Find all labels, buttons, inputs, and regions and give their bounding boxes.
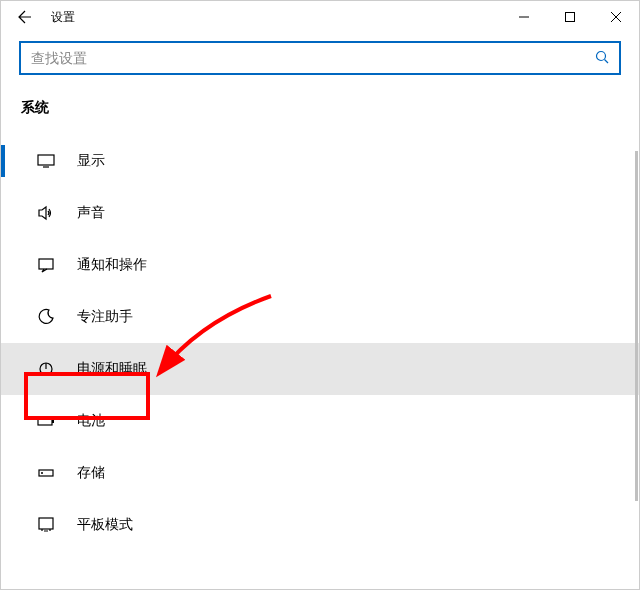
nav-item-display[interactable]: 显示 <box>1 135 639 187</box>
close-icon <box>611 12 621 22</box>
nav-list: 显示 声音 通知和操作 专注助手 电源和睡眠 <box>19 135 621 551</box>
nav-item-power[interactable]: 电源和睡眠 <box>1 343 639 395</box>
minimize-icon <box>519 12 529 22</box>
minimize-button[interactable] <box>501 1 547 33</box>
window-title: 设置 <box>51 9 75 26</box>
svg-rect-0 <box>566 13 575 22</box>
svg-rect-9 <box>39 518 53 529</box>
search-input[interactable] <box>31 50 595 66</box>
svg-rect-2 <box>38 155 54 165</box>
storage-icon <box>37 464 55 482</box>
titlebar: 设置 <box>1 1 639 33</box>
svg-point-1 <box>597 51 606 60</box>
nav-item-storage[interactable]: 存储 <box>1 447 639 499</box>
nav-label: 电源和睡眠 <box>77 360 147 378</box>
svg-rect-5 <box>38 417 52 425</box>
back-button[interactable] <box>9 1 41 33</box>
nav-label: 声音 <box>77 204 105 222</box>
nav-item-notifications[interactable]: 通知和操作 <box>1 239 639 291</box>
nav-label: 专注助手 <box>77 308 133 326</box>
maximize-icon <box>565 12 575 22</box>
nav-item-battery[interactable]: 电池 <box>1 395 639 447</box>
svg-rect-3 <box>39 259 53 269</box>
notifications-icon <box>37 256 55 274</box>
search-icon <box>595 50 609 67</box>
close-button[interactable] <box>593 1 639 33</box>
category-heading: 系统 <box>19 99 621 117</box>
sound-icon <box>37 204 55 222</box>
battery-icon <box>37 412 55 430</box>
nav-label: 通知和操作 <box>77 256 147 274</box>
power-icon <box>37 360 55 378</box>
back-arrow-icon <box>18 10 32 24</box>
content-area: 系统 显示 声音 通知和操作 专注助手 <box>1 33 639 551</box>
svg-point-8 <box>41 472 43 474</box>
nav-label: 存储 <box>77 464 105 482</box>
display-icon <box>37 152 55 170</box>
search-box[interactable] <box>19 41 621 75</box>
nav-item-focus[interactable]: 专注助手 <box>1 291 639 343</box>
tablet-icon <box>37 516 55 534</box>
svg-rect-6 <box>52 419 54 423</box>
scrollbar[interactable] <box>635 151 638 501</box>
focus-icon <box>37 308 55 326</box>
window-controls <box>501 1 639 33</box>
nav-label: 电池 <box>77 412 105 430</box>
nav-label: 平板模式 <box>77 516 133 534</box>
maximize-button[interactable] <box>547 1 593 33</box>
nav-item-sound[interactable]: 声音 <box>1 187 639 239</box>
nav-item-tablet[interactable]: 平板模式 <box>1 499 639 551</box>
nav-label: 显示 <box>77 152 105 170</box>
